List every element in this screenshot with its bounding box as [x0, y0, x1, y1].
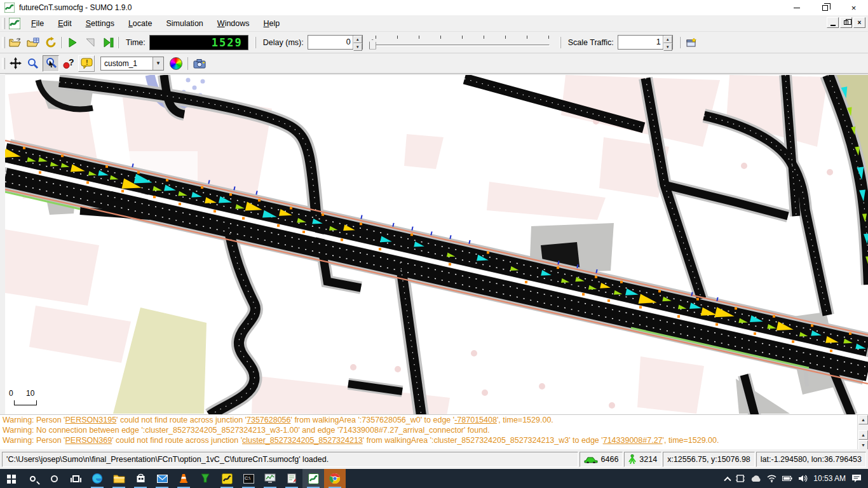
taskbar-vlc[interactable]	[173, 469, 194, 488]
menu-edit[interactable]: Edit	[51, 17, 79, 30]
close-button[interactable]: ×	[839, 0, 868, 15]
device-icon[interactable]	[736, 475, 745, 482]
taskbar-cmd[interactable]: C:\	[238, 469, 259, 488]
screenshot-button[interactable]	[191, 55, 208, 72]
pedestrian[interactable]	[121, 190, 124, 193]
stop-button[interactable]	[82, 34, 98, 51]
object-link[interactable]: 714339008#7.27	[603, 436, 663, 445]
pedestrian[interactable]	[557, 266, 559, 269]
delay-slider[interactable]	[368, 35, 552, 50]
zoom-button[interactable]	[25, 55, 41, 72]
taskbar-clock[interactable]: 10:53 AM	[813, 474, 846, 483]
pedestrian[interactable]	[341, 239, 343, 241]
scale-traffic-spinbox[interactable]: 1 ▲ ▼	[618, 35, 673, 50]
edit-coloring-button[interactable]	[168, 55, 184, 72]
object-link[interactable]: PERSON369	[65, 436, 112, 445]
pedestrian[interactable]	[166, 179, 168, 182]
pedestrian[interactable]	[677, 315, 680, 318]
taskbar-netedit[interactable]	[216, 469, 238, 488]
message-window[interactable]: Warning: Person 'PERSON3195' could not f…	[0, 414, 868, 449]
pedestrian[interactable]	[582, 293, 585, 295]
onedrive-icon[interactable]	[750, 475, 761, 482]
pedestrian[interactable]	[773, 315, 775, 318]
object-link[interactable]: PERSON3195	[65, 416, 117, 424]
object-link[interactable]: -787015408	[454, 416, 497, 424]
message-scrollbar[interactable]: ▲ ▲ ▼	[857, 415, 868, 449]
taskbar-mail[interactable]	[151, 469, 173, 488]
menu-help[interactable]: Help	[257, 17, 287, 30]
scroll-bottom-button[interactable]: ▼	[858, 440, 868, 449]
menu-file[interactable]: File	[24, 17, 51, 30]
pedestrian[interactable]	[715, 323, 718, 326]
pedestrian[interactable]	[792, 341, 794, 343]
minimize-button[interactable]	[782, 0, 811, 15]
object-link[interactable]: cluster_8527324205_8527324213	[242, 436, 363, 445]
object-link[interactable]: 7357628056	[247, 416, 291, 424]
slider-thumb[interactable]	[369, 39, 376, 50]
pedestrian[interactable]	[61, 154, 64, 157]
pedestrian[interactable]	[229, 193, 232, 196]
pedestrian[interactable]	[277, 224, 280, 227]
mdi-minimize-button[interactable]	[827, 17, 839, 28]
tray-expand-icon[interactable]	[724, 477, 731, 484]
pedestrian[interactable]	[620, 281, 623, 283]
mdi-close-button[interactable]: ×	[853, 17, 865, 28]
menu-simulation[interactable]: Simulation	[159, 17, 210, 30]
taskbar-file-explorer[interactable]	[108, 469, 130, 488]
pedestrian[interactable]	[258, 199, 261, 201]
scale-spin-down[interactable]: ▼	[663, 43, 672, 51]
scale-traffic-value[interactable]: 1	[618, 36, 663, 49]
scroll-up-button[interactable]: ▲	[858, 415, 868, 424]
pedestrian[interactable]	[607, 299, 610, 302]
color-scheme-combobox[interactable]: custom_1 ▼	[100, 57, 164, 71]
reload-button[interactable]	[43, 34, 59, 51]
pedestrian[interactable]	[137, 171, 140, 173]
pedestrian[interactable]	[811, 324, 813, 327]
pedestrian[interactable]	[23, 147, 25, 149]
message-window-button[interactable]: !	[78, 55, 95, 72]
combobox-dropdown-button[interactable]: ▼	[153, 57, 163, 70]
pedestrian[interactable]	[696, 298, 699, 301]
zoom-style-button[interactable]	[43, 55, 59, 72]
color-scheme-value[interactable]: custom_1	[101, 57, 153, 70]
pedestrian[interactable]	[525, 281, 527, 283]
delay-value[interactable]: 0	[308, 36, 353, 49]
action-center-icon[interactable]	[851, 474, 862, 483]
taskbar-green-app[interactable]	[194, 469, 216, 488]
delay-spinbox[interactable]: 0 ▲ ▼	[308, 35, 363, 50]
step-button[interactable]	[100, 34, 116, 51]
pedestrian[interactable]	[105, 165, 108, 168]
taskbar-notepad[interactable]	[281, 469, 302, 488]
delay-spin-up[interactable]: ▲	[353, 36, 362, 43]
wifi-icon[interactable]	[767, 475, 776, 482]
pedestrian[interactable]	[449, 263, 451, 266]
run-button[interactable]	[64, 34, 81, 51]
taskbar-edge[interactable]	[86, 469, 108, 488]
pedestrian[interactable]	[595, 276, 597, 278]
pedestrian[interactable]	[754, 332, 756, 335]
pedestrian[interactable]	[179, 203, 181, 205]
menu-settings[interactable]: Settings	[79, 17, 121, 30]
pedestrian[interactable]	[214, 210, 216, 212]
restore-button[interactable]	[811, 0, 839, 15]
pedestrian[interactable]	[639, 306, 642, 309]
pedestrian[interactable]	[290, 207, 292, 209]
taskbar-store[interactable]	[130, 469, 151, 488]
menu-windows[interactable]: Windows	[210, 17, 257, 30]
pedestrian[interactable]	[379, 248, 381, 250]
delay-spin-down[interactable]: ▼	[353, 43, 362, 51]
recenter-view-button[interactable]	[7, 55, 24, 72]
scroll-down-button[interactable]: ▲	[858, 430, 868, 440]
pedestrian[interactable]	[735, 307, 737, 309]
scale-spin-up[interactable]: ▲	[663, 36, 672, 43]
pedestrian[interactable]	[322, 214, 324, 216]
pedestrian[interactable]	[153, 196, 156, 198]
pedestrian[interactable]	[302, 231, 305, 233]
pedestrian[interactable]	[360, 222, 362, 225]
battery-icon[interactable]	[782, 475, 792, 482]
open-network-button[interactable]	[25, 34, 41, 51]
menu-locate[interactable]: Locate	[121, 17, 159, 30]
pedestrian[interactable]	[658, 290, 661, 292]
pedestrian[interactable]	[242, 217, 245, 220]
pedestrian[interactable]	[830, 349, 832, 352]
